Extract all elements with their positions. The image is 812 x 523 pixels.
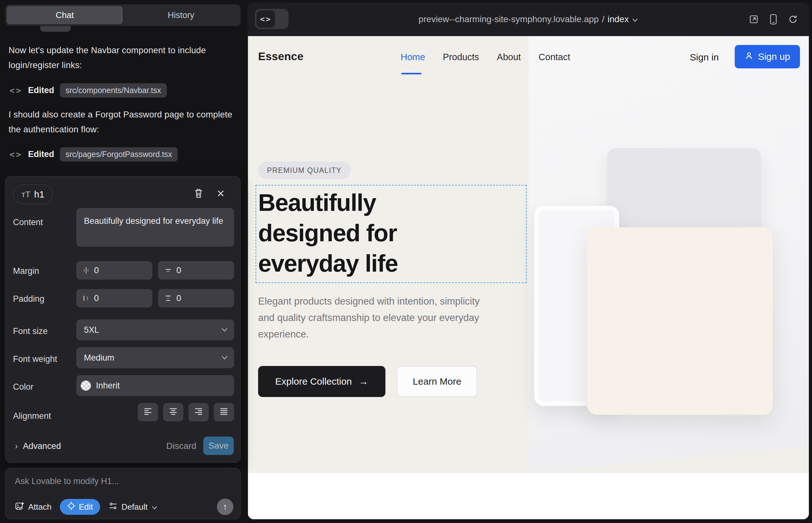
align-center-icon xyxy=(169,407,178,417)
element-editor-panel: тT h1 Content Beautifully designed for e… xyxy=(5,176,241,463)
chat-message: I should also create a Forgot Password p… xyxy=(8,107,233,137)
padding-y-value: 0 xyxy=(176,293,181,303)
app-root: Chat History Now let's update the Navbar… xyxy=(0,0,812,523)
sidebar-tabs: Chat History xyxy=(5,4,241,26)
nav-link-contact[interactable]: Contact xyxy=(539,52,570,62)
chevron-right-icon: › xyxy=(15,441,18,451)
hero-cta-row: Explore Collection → Learn More xyxy=(258,366,477,397)
tab-chat[interactable]: Chat xyxy=(7,6,123,24)
attach-image-icon xyxy=(15,501,24,513)
decor-card-cream xyxy=(587,227,773,415)
attach-label: Attach xyxy=(28,502,52,512)
content-field[interactable]: Beautifully designed for everyday life xyxy=(76,208,234,247)
model-default-select[interactable]: Default xyxy=(108,502,158,512)
default-label: Default xyxy=(122,502,147,512)
sliders-icon xyxy=(108,502,118,512)
sign-up-button[interactable]: Sign up xyxy=(735,45,800,68)
edited-file-chip[interactable]: src/pages/ForgotPassword.tsx xyxy=(60,147,178,161)
explore-collection-label: Explore Collection xyxy=(275,376,352,387)
color-select[interactable]: Inherit xyxy=(76,375,234,396)
sign-in-link[interactable]: Sign in xyxy=(690,52,719,63)
margin-horizontal-icon xyxy=(83,267,90,274)
padding-horizontal-icon xyxy=(83,294,90,302)
chat-message: Now let's update the Navbar component to… xyxy=(8,43,233,72)
save-button[interactable]: Save xyxy=(203,437,234,455)
edited-file-row: <> Edited src/components/Navbar.tsx xyxy=(10,83,167,97)
learn-more-button[interactable]: Learn More xyxy=(397,366,477,397)
refresh-icon[interactable] xyxy=(788,14,798,24)
heading-line: everyday life xyxy=(258,250,398,277)
nav-links: Home Products About Contact xyxy=(401,52,570,62)
nav-link-about[interactable]: About xyxy=(497,52,521,62)
site-viewport: Essence Home Products About Contact Sign… xyxy=(248,36,809,519)
heading-line: Beautifully xyxy=(258,189,376,216)
close-panel-button[interactable] xyxy=(214,187,228,201)
nav-link-home[interactable]: Home xyxy=(401,52,425,62)
target-icon xyxy=(67,502,76,512)
site-logo[interactable]: Essence xyxy=(258,50,303,63)
margin-vertical-icon xyxy=(164,267,172,274)
padding-label: Padding xyxy=(13,294,44,304)
margin-y-input[interactable]: 0 xyxy=(158,261,234,279)
arrow-right-icon: → xyxy=(359,376,368,387)
discard-button[interactable]: Discard xyxy=(166,441,196,451)
align-center-button[interactable] xyxy=(163,403,183,421)
premium-quality-badge: PREMIUM QUALITY xyxy=(258,161,351,179)
composer-controls: Attach Edit Default xyxy=(15,499,158,515)
margin-y-value: 0 xyxy=(176,266,181,275)
padding-x-value: 0 xyxy=(94,293,99,303)
tab-history[interactable]: History xyxy=(123,6,239,24)
align-left-button[interactable] xyxy=(138,403,158,421)
chat-composer: Attach Edit Default ↑ xyxy=(5,468,241,519)
browser-chrome: <> preview--charming-site-symphony.lovab… xyxy=(247,2,810,36)
padding-x-input[interactable]: 0 xyxy=(76,289,152,307)
color-swatch xyxy=(81,381,91,391)
align-justify-icon xyxy=(219,407,229,417)
padding-vertical-icon xyxy=(164,294,172,302)
typography-icon: тT xyxy=(21,190,30,199)
url-bar[interactable]: preview--charming-site-symphony.lovable.… xyxy=(247,2,810,36)
hero-heading[interactable]: Beautifully designed for everyday life xyxy=(258,187,455,278)
arrow-up-icon: ↑ xyxy=(223,502,227,512)
explore-collection-button[interactable]: Explore Collection → xyxy=(258,366,385,397)
edited-label: Edited xyxy=(28,149,54,159)
margin-label: Margin xyxy=(13,266,39,276)
font-size-select[interactable]: 5XL xyxy=(76,320,234,340)
nav-link-products[interactable]: Products xyxy=(443,52,479,62)
padding-y-input[interactable]: 0 xyxy=(158,289,234,307)
sign-up-label: Sign up xyxy=(758,51,790,62)
selected-element-tag: тT h1 xyxy=(13,184,53,204)
align-right-button[interactable] xyxy=(189,403,209,421)
send-button[interactable]: ↑ xyxy=(217,499,233,515)
preview-window: <> preview--charming-site-symphony.lovab… xyxy=(247,2,810,520)
advanced-label: Advanced xyxy=(23,441,61,451)
delete-element-button[interactable] xyxy=(192,187,206,201)
open-external-icon[interactable] xyxy=(749,14,759,24)
chevron-down-icon xyxy=(221,327,228,332)
font-weight-select[interactable]: Medium xyxy=(76,347,234,368)
code-icon: <> xyxy=(10,86,22,95)
trash-icon xyxy=(194,188,203,200)
color-value: Inherit xyxy=(96,381,120,391)
browser-actions xyxy=(749,2,798,36)
element-tag-label: h1 xyxy=(34,189,44,200)
content-label: Content xyxy=(13,217,43,227)
close-icon xyxy=(216,189,225,199)
hero-description: Elegant products designed with intention… xyxy=(258,293,480,343)
font-weight-label: Font weight xyxy=(13,354,57,364)
chevron-down-icon xyxy=(632,14,638,24)
align-justify-button[interactable] xyxy=(214,403,234,421)
align-right-icon xyxy=(194,407,203,417)
advanced-toggle[interactable]: › Advanced xyxy=(15,441,61,451)
edited-label: Edited xyxy=(28,86,54,95)
margin-x-value: 0 xyxy=(94,266,99,275)
align-left-icon xyxy=(143,407,153,417)
chevron-down-icon xyxy=(221,355,228,360)
edit-mode-button[interactable]: Edit xyxy=(60,499,100,515)
alignment-label: Alignment xyxy=(13,411,51,421)
attach-button[interactable]: Attach xyxy=(15,501,52,513)
chat-input[interactable] xyxy=(15,476,221,486)
edited-file-chip[interactable]: src/components/Navbar.tsx xyxy=(60,83,167,97)
mobile-preview-icon[interactable] xyxy=(770,14,777,25)
margin-x-input[interactable]: 0 xyxy=(76,261,152,279)
